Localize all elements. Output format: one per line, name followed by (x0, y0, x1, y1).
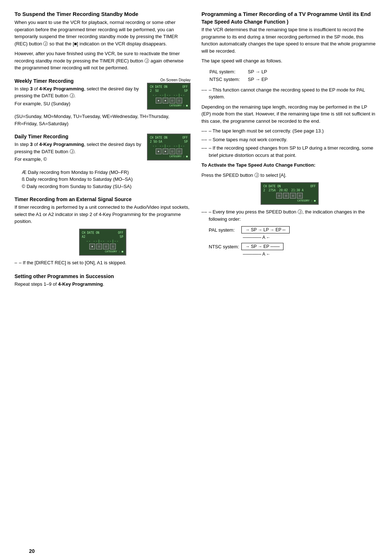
daily-item-2: ß Daily recording from Monday to Saturda… (15, 176, 191, 183)
weekly-title: Weekly Timer Recording (15, 78, 143, 84)
prog-para3: Depending on the remaining tape length, … (201, 103, 377, 125)
act-vcr-btn-3: □ (290, 193, 296, 199)
activate-screen-wrapper: CH DATE ONOFF 2 27SA 20:02 21:30 A □ □ □… (201, 182, 377, 205)
daily-vcr-btn-4: □ (176, 148, 182, 154)
ntsc-arrow-under-row: ────── A ← (209, 252, 377, 257)
ext-screen-top: CH DATE ONOFF (82, 231, 123, 235)
weekly-screen-top: CH DATE ONOFF (150, 85, 188, 89)
page-number: 20 (29, 548, 35, 554)
daily-screen-btns: ◆ ◆ □ □ (150, 148, 188, 154)
ntsc-label: NTSC system: (209, 76, 247, 83)
act-vcr-btn-2: □ (283, 193, 289, 199)
ext-vcr-btn-4: □ (110, 244, 116, 249)
act-vcr-btn-1: □ (276, 193, 282, 199)
weekly-screen-cat: CATEGORY : ■ (150, 104, 188, 107)
daily-vcr-screen: CH DATE ONOFF 2 SU-SASP -- --|-- --|-- ◆… (147, 134, 191, 160)
daily-item-3: © Daily recording from Sunday to Saturda… (15, 183, 191, 190)
daily-vcr-btn-2: ◆ (163, 148, 168, 154)
external-screen-wrapper: CH DATE ONOFF A2SP -- --|-- --|-- ◆ □ □ … (15, 229, 191, 256)
prog-bullet1: – – The tape length must be set correctl… (201, 127, 377, 135)
suspend-para2: However, after you have finished using t… (15, 50, 191, 72)
pal-arrow-box: → SP → LP → EP ─ (241, 226, 290, 233)
ext-vcr-btn-3: □ (103, 244, 109, 249)
act-screen-cat: CATEGORY : ■ (264, 199, 316, 202)
activate-text: Press the SPEED button Ⓙ to select [A]. (201, 172, 377, 179)
ext-screen-ch: A2SP (82, 235, 123, 239)
succession-para1: Repeat steps 1–9 of 4-Key Programming. (15, 281, 191, 288)
prog-bullet2: – – Some tapes may not work correctly. (201, 136, 377, 143)
daily-screen-ch: 2 SU-SASP (150, 140, 188, 143)
ext-screen-cat: CATEGORY : ■ (82, 250, 123, 253)
external-title: Timer Recording from an External Signal … (15, 196, 191, 202)
daily-title: Daily Timer Recording (15, 134, 143, 139)
ntsc-arrow-spacer (209, 252, 241, 257)
section-suspend-title: To Suspend the Timer Recording Standby M… (15, 11, 191, 17)
screen-label: On Screen Display (147, 78, 191, 82)
vcr-btn-4: □ (176, 98, 182, 103)
programming-title: Programming a Timer Recording of a TV Pr… (201, 11, 377, 17)
vcr-btn-3: □ (170, 98, 175, 103)
pal-arrow-row: PAL system: → SP → LP → EP ─ (209, 226, 377, 233)
daily-item-1: Æ Daily recording from Monday to Friday … (15, 169, 191, 176)
act-screen-top: CH DATE ONOFF (264, 185, 316, 188)
daily-para2: For example, © (15, 156, 143, 163)
daily-screen-container: CH DATE ONOFF 2 SU-SASP -- --|-- --|-- ◆… (147, 134, 191, 160)
pal-arrow-spacer (209, 235, 241, 240)
section-suspend: To Suspend the Timer Recording Standby M… (15, 11, 191, 72)
weekly-screen-mid: -- --|-- --|-- (150, 93, 188, 97)
speed-note: – – Every time you press the SPEED butto… (201, 208, 377, 223)
daily-screen-cat: CATEGORY : ■ (150, 155, 188, 158)
activate-title: To Activate the Tape Speed Auto Change F… (201, 162, 377, 169)
act-screen-ch: 2 27SA 20:02 21:30 A (264, 189, 316, 192)
pal-arrow-under: ────── A ← (241, 235, 270, 240)
external-para1: If timer recording is performed by a uni… (15, 204, 191, 225)
programming-subtitle: Tape Speed Auto Change Function ) (201, 19, 377, 25)
daily-vcr-btn-3: □ (170, 148, 175, 154)
daily-inline: Daily Timer Recording In step 3 of 4-Key… (15, 134, 191, 166)
ntsc-value: SP → EP (248, 76, 275, 83)
activate-vcr-screen: CH DATE ONOFF 2 27SA 20:02 21:30 A □ □ □… (261, 182, 319, 205)
pal-label: PAL system: (209, 68, 247, 75)
daily-text: Daily Timer Recording In step 3 of 4-Key… (15, 134, 143, 166)
section-programming: Programming a Timer Recording of a TV Pr… (201, 11, 377, 257)
external-vcr-screen: CH DATE ONOFF A2SP -- --|-- --|-- ◆ □ □ … (79, 229, 126, 256)
prog-note1: – – This function cannot change the reco… (201, 86, 377, 101)
section-daily: Daily Timer Recording In step 3 of 4-Key… (15, 134, 191, 190)
prog-bullet3: – – If the recording speed changes from … (201, 144, 377, 159)
ext-screen-mid: -- --|-- --|-- (82, 239, 123, 243)
prog-para2: The tape speed will change as follows. (201, 57, 377, 65)
daily-screen-top: CH DATE ONOFF (150, 136, 188, 139)
ext-screen-btns: ◆ □ □ □ (82, 244, 123, 249)
right-column: Programming a Timer Recording of a TV Pr… (201, 11, 377, 294)
vcr-btn-1: ◆ (156, 98, 162, 103)
ntsc-arrow-box: → SP → EP ─── (241, 243, 283, 250)
left-column: To Suspend the Timer Recording Standby M… (15, 11, 191, 294)
weekly-inline: Weekly Timer Recording In step 3 of 4-Ke… (15, 78, 191, 110)
speed-table: PAL system: SP → LP NTSC system: SP → EP (209, 68, 275, 83)
ext-vcr-btn-2: □ (96, 244, 102, 249)
daily-items: Æ Daily recording from Monday to Friday … (15, 169, 191, 190)
weekly-para2: For example, SU (Sunday) (15, 100, 143, 107)
suspend-para1: When you want to use the VCR for playbac… (15, 19, 191, 47)
prog-bullets: – – The tape length must be set correctl… (201, 127, 377, 159)
ext-vcr-btn-1: ◆ (89, 244, 95, 249)
arrow-diagrams: PAL system: → SP → LP → EP ─ ────── A ← … (209, 226, 377, 257)
section-weekly: Weekly Timer Recording In step 3 of 4-Ke… (15, 78, 191, 127)
section-external: Timer Recording from an External Signal … (15, 196, 191, 266)
ntsc-arrow-label: NTSC system: (209, 244, 241, 249)
weekly-vcr-screen: CH DATE ONOFF 2 SUSP -- --|-- --|-- ◆ ◆ … (147, 83, 191, 110)
ntsc-arrow-row: NTSC system: → SP → EP ─── (209, 243, 377, 250)
main-content: To Suspend the Timer Recording Standby M… (15, 11, 377, 294)
weekly-screen-btns: ◆ ◆ □ □ (150, 98, 188, 103)
weekly-text: Weekly Timer Recording In step 3 of 4-Ke… (15, 78, 143, 110)
section-succession: Setting other Programmes in Succession R… (15, 273, 191, 288)
succession-title: Setting other Programmes in Succession (15, 273, 191, 279)
external-note: – If the [DIRECT REC] is set to [ON], A1… (15, 259, 191, 266)
weekly-para3: (SU=Sunday, MO=Monday, TU=Tuesday, WE=We… (15, 113, 191, 127)
pal-value: SP → LP (248, 68, 275, 75)
pal-arrow-under-row: ────── A ← (209, 235, 377, 240)
pal-arrow-label: PAL system: (209, 227, 241, 233)
act-vcr-btn-4: □ (297, 193, 303, 199)
weekly-screen-ch: 2 SUSP (150, 89, 188, 93)
prog-para1: If the VCR determines that the remaining… (201, 26, 377, 54)
